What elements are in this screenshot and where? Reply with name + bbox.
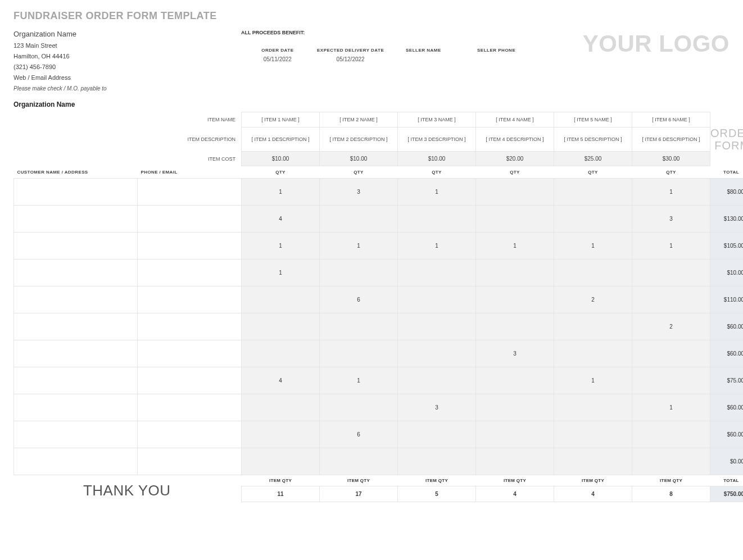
qty-cell[interactable] <box>398 367 476 394</box>
qty-cell[interactable]: 1 <box>554 367 632 394</box>
qty-cell[interactable]: 1 <box>398 179 476 206</box>
qty-cell[interactable]: 1 <box>242 233 320 259</box>
qty-cell[interactable] <box>320 394 398 421</box>
qty-cell[interactable] <box>632 259 710 286</box>
qty-cell[interactable]: 6 <box>320 421 398 448</box>
customer-cell[interactable] <box>14 340 138 367</box>
qty-cell[interactable]: 1 <box>476 233 554 259</box>
qty-cell[interactable] <box>554 394 632 421</box>
item-desc-cell[interactable]: [ ITEM 5 DESCRIPTION ] <box>554 128 632 152</box>
qty-cell[interactable] <box>632 340 710 367</box>
qty-cell[interactable]: 2 <box>554 286 632 313</box>
phone-cell[interactable] <box>138 340 242 367</box>
qty-cell[interactable] <box>554 206 632 233</box>
qty-cell[interactable] <box>476 313 554 340</box>
qty-cell[interactable] <box>554 340 632 367</box>
item-cost-cell[interactable]: $10.00 <box>398 152 476 166</box>
customer-cell[interactable] <box>14 367 138 394</box>
item-desc-cell[interactable]: [ ITEM 4 DESCRIPTION ] <box>476 128 554 152</box>
item-desc-cell[interactable]: [ ITEM 2 DESCRIPTION ] <box>320 128 398 152</box>
qty-cell[interactable]: 6 <box>320 286 398 313</box>
item-cost-cell[interactable]: $20.00 <box>476 152 554 166</box>
qty-cell[interactable] <box>476 448 554 475</box>
item-cost-cell[interactable]: $25.00 <box>554 152 632 166</box>
qty-cell[interactable] <box>398 340 476 367</box>
qty-cell[interactable] <box>476 206 554 233</box>
qty-cell[interactable] <box>398 286 476 313</box>
qty-cell[interactable]: 3 <box>632 206 710 233</box>
delivery-date-value[interactable]: 05/12/2022 <box>314 56 387 62</box>
qty-cell[interactable] <box>320 313 398 340</box>
phone-cell[interactable] <box>138 394 242 421</box>
item-name-cell[interactable]: [ ITEM 6 NAME ] <box>632 112 710 128</box>
qty-cell[interactable] <box>242 286 320 313</box>
item-name-cell[interactable]: [ ITEM 2 NAME ] <box>320 112 398 128</box>
qty-cell[interactable]: 1 <box>554 233 632 259</box>
qty-cell[interactable] <box>554 448 632 475</box>
phone-cell[interactable] <box>138 259 242 286</box>
item-name-cell[interactable]: [ ITEM 3 NAME ] <box>398 112 476 128</box>
customer-cell[interactable] <box>14 448 138 475</box>
customer-cell[interactable] <box>14 179 138 206</box>
item-cost-cell[interactable]: $30.00 <box>632 152 710 166</box>
phone-cell[interactable] <box>138 313 242 340</box>
item-name-cell[interactable]: [ ITEM 5 NAME ] <box>554 112 632 128</box>
phone-cell[interactable] <box>138 367 242 394</box>
item-cost-cell[interactable]: $10.00 <box>242 152 320 166</box>
qty-cell[interactable]: 3 <box>320 179 398 206</box>
customer-cell[interactable] <box>14 421 138 448</box>
qty-cell[interactable] <box>398 448 476 475</box>
qty-cell[interactable]: 1 <box>320 233 398 259</box>
qty-cell[interactable]: 1 <box>632 179 710 206</box>
item-name-cell[interactable]: [ ITEM 4 NAME ] <box>476 112 554 128</box>
qty-cell[interactable] <box>632 367 710 394</box>
qty-cell[interactable] <box>320 448 398 475</box>
qty-cell[interactable] <box>320 206 398 233</box>
item-name-cell[interactable]: [ ITEM 1 NAME ] <box>242 112 320 128</box>
qty-cell[interactable] <box>320 340 398 367</box>
qty-cell[interactable]: 1 <box>632 233 710 259</box>
phone-cell[interactable] <box>138 179 242 206</box>
qty-cell[interactable]: 1 <box>398 233 476 259</box>
customer-cell[interactable] <box>14 259 138 286</box>
qty-cell[interactable] <box>242 448 320 475</box>
item-desc-cell[interactable]: [ ITEM 6 DESCRIPTION ] <box>632 128 710 152</box>
qty-cell[interactable] <box>242 421 320 448</box>
qty-cell[interactable]: 1 <box>242 259 320 286</box>
item-desc-cell[interactable]: [ ITEM 3 DESCRIPTION ] <box>398 128 476 152</box>
phone-cell[interactable] <box>138 286 242 313</box>
qty-cell[interactable] <box>320 259 398 286</box>
order-date-value[interactable]: 05/11/2022 <box>241 56 314 62</box>
qty-cell[interactable] <box>476 286 554 313</box>
customer-cell[interactable] <box>14 313 138 340</box>
qty-cell[interactable] <box>554 313 632 340</box>
qty-cell[interactable] <box>632 286 710 313</box>
qty-cell[interactable] <box>242 394 320 421</box>
customer-cell[interactable] <box>14 233 138 259</box>
qty-cell[interactable] <box>632 448 710 475</box>
qty-cell[interactable] <box>398 259 476 286</box>
qty-cell[interactable] <box>554 421 632 448</box>
qty-cell[interactable]: 1 <box>320 367 398 394</box>
item-desc-cell[interactable]: [ ITEM 1 DESCRIPTION ] <box>242 128 320 152</box>
qty-cell[interactable]: 4 <box>242 367 320 394</box>
phone-cell[interactable] <box>138 421 242 448</box>
qty-cell[interactable]: 1 <box>632 394 710 421</box>
item-cost-cell[interactable]: $10.00 <box>320 152 398 166</box>
phone-cell[interactable] <box>138 233 242 259</box>
qty-cell[interactable] <box>554 259 632 286</box>
customer-cell[interactable] <box>14 394 138 421</box>
phone-cell[interactable] <box>138 448 242 475</box>
qty-cell[interactable]: 3 <box>476 340 554 367</box>
qty-cell[interactable]: 1 <box>242 179 320 206</box>
qty-cell[interactable] <box>554 179 632 206</box>
customer-cell[interactable] <box>14 206 138 233</box>
qty-cell[interactable]: 3 <box>398 394 476 421</box>
qty-cell[interactable] <box>476 394 554 421</box>
qty-cell[interactable] <box>476 367 554 394</box>
qty-cell[interactable] <box>476 259 554 286</box>
customer-cell[interactable] <box>14 286 138 313</box>
qty-cell[interactable] <box>476 179 554 206</box>
phone-cell[interactable] <box>138 206 242 233</box>
qty-cell[interactable] <box>398 313 476 340</box>
